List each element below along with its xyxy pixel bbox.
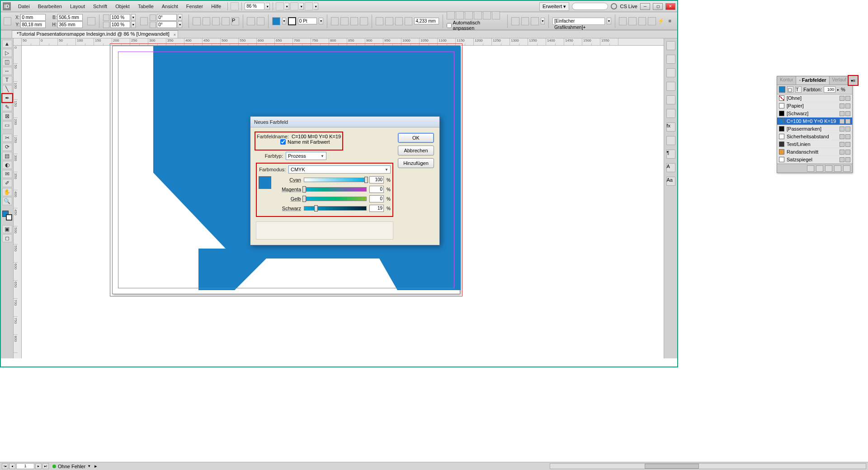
misc-icon2[interactable] [628, 17, 636, 25]
dropdown-icon[interactable]: ▼ [131, 21, 136, 28]
ruler-origin[interactable] [14, 38, 22, 46]
align-icon[interactable] [511, 17, 519, 25]
color-mode-select[interactable]: CMYK▼ [288, 165, 391, 174]
textwrap-icon[interactable] [376, 17, 383, 25]
name-with-value-checkbox[interactable] [280, 139, 286, 145]
dropdown-icon[interactable]: ▼ [319, 18, 323, 24]
ok-button[interactable]: OK [398, 133, 434, 143]
rotate-cw-icon[interactable] [193, 17, 200, 25]
note-tool[interactable]: ✉ [2, 170, 12, 178]
dropdown-icon[interactable]: ▼ [541, 18, 545, 24]
flip-h-icon[interactable] [212, 17, 220, 25]
gap-input[interactable]: 4,233 mm [414, 18, 439, 24]
search-input[interactable] [572, 3, 608, 10]
constrain-scale-icon[interactable] [140, 17, 148, 25]
object-style-select[interactable]: [Einfacher Grafikrahmen]+ [552, 18, 605, 25]
view-mode-tool[interactable]: ◻ [2, 234, 12, 242]
stroke-weight-input[interactable]: 0 Pt [298, 18, 317, 24]
page-tool[interactable]: ◫ [2, 58, 12, 66]
dialog-titlebar[interactable]: Neues Farbfeld [250, 117, 439, 127]
selection-tool[interactable]: ▲ [2, 40, 12, 48]
swatches-panel-icon[interactable] [666, 109, 675, 118]
x-input[interactable]: 0 mm [20, 14, 46, 21]
apply-color-tool[interactable]: ▣ [2, 225, 12, 233]
shear-input[interactable]: 0° [157, 21, 177, 28]
fill-swatch[interactable] [272, 17, 280, 25]
fit-icon4[interactable] [474, 11, 482, 19]
schwarz-value-input[interactable]: 19 [369, 205, 384, 212]
gradient-feather-tool[interactable]: ◐ [2, 161, 12, 169]
type-tool[interactable]: T [2, 76, 12, 84]
menu-layout[interactable]: Layout [66, 2, 89, 10]
reference-point-icon[interactable] [4, 17, 11, 25]
quick-apply-icon[interactable]: ⚡ [658, 18, 664, 24]
fit-icon3[interactable] [465, 11, 473, 19]
menu-tabelle[interactable]: Tabelle [134, 2, 157, 10]
textwrap-icon2[interactable] [385, 17, 393, 25]
gap-tool[interactable]: ↔ [2, 67, 12, 75]
pen-tool[interactable]: ✒ [2, 94, 12, 102]
scale-y-input[interactable]: 100 % [110, 21, 130, 28]
object-styles-panel-icon[interactable] [666, 136, 675, 145]
maximize-button[interactable]: ◻ [653, 3, 663, 10]
pencil-tool[interactable]: ✎ [2, 103, 12, 111]
color-panel-icon[interactable] [666, 95, 675, 104]
misc-icon4[interactable] [648, 17, 656, 25]
dropdown-icon[interactable]: ▼ [282, 18, 287, 24]
schwarz-slider[interactable] [304, 206, 367, 211]
screen-mode-icon[interactable] [290, 2, 298, 10]
links-panel-icon[interactable] [666, 68, 675, 77]
fx-icon[interactable] [331, 17, 339, 25]
stroke-color[interactable] [6, 214, 12, 221]
eyedropper-tool[interactable]: ✐ [2, 179, 12, 187]
y-input[interactable]: 80,18 mm [20, 21, 46, 28]
pages-panel-icon[interactable] [666, 41, 675, 50]
h-input[interactable]: 365 mm [57, 21, 83, 28]
align-icon2[interactable] [521, 17, 529, 25]
gelb-slider[interactable] [304, 197, 367, 201]
gelb-value-input[interactable]: 0 [369, 195, 384, 202]
scale-x-input[interactable]: 100 % [110, 14, 130, 21]
cyan-slider[interactable] [304, 178, 367, 182]
dropdown-icon[interactable]: ▼ [178, 14, 182, 21]
menu-fenster[interactable]: Fenster [183, 2, 207, 10]
panel-menu-icon[interactable]: ≡ [669, 18, 675, 24]
fit-icon5[interactable] [483, 11, 491, 19]
dropdown-icon[interactable]: ▼ [314, 3, 318, 10]
gradient-swatch-tool[interactable]: ▤ [2, 152, 12, 160]
view-options-icon[interactable] [276, 2, 284, 10]
dropdown-icon[interactable]: ▼ [299, 3, 304, 10]
close-tab-icon[interactable]: × [174, 32, 176, 38]
minimize-button[interactable]: ─ [640, 3, 650, 10]
dropdown-icon[interactable]: ▼ [131, 14, 136, 21]
dropdown-icon[interactable]: ▼ [178, 21, 182, 28]
cslive-label[interactable]: CS Live [620, 4, 637, 9]
textwrap-icon3[interactable] [395, 17, 403, 25]
glyphs-panel-icon[interactable]: Aa [666, 177, 675, 186]
cyan-value-input[interactable]: 100 [369, 176, 384, 183]
color-type-select[interactable]: Prozess▼ [286, 152, 326, 160]
fit-icon6[interactable] [492, 11, 500, 19]
rectangle-frame-tool[interactable]: ⊠ [2, 112, 12, 120]
fx-icon4[interactable] [360, 17, 368, 25]
magenta-value-input[interactable]: 0 [369, 186, 384, 193]
effects-panel-icon[interactable]: fx [666, 122, 675, 132]
paragraph-panel-icon[interactable]: ¶ [666, 150, 675, 159]
rotate-ccw-icon[interactable] [203, 17, 210, 25]
fit-icon[interactable] [447, 11, 455, 19]
zoom-value[interactable]: 86 % [245, 3, 264, 10]
fit-icon2[interactable] [456, 11, 464, 19]
menu-bearbeiten[interactable]: Bearbeiten [34, 2, 66, 10]
menu-datei[interactable]: Datei [14, 2, 33, 10]
scissors-tool[interactable]: ✂ [2, 134, 12, 142]
zoom-tool[interactable]: 🔍 [2, 197, 12, 205]
stroke-swatch[interactable] [288, 17, 296, 25]
zoom-control[interactable]: 86 % ▼ [245, 3, 270, 10]
character-panel-icon[interactable]: A [666, 163, 675, 172]
arrange-icon2[interactable] [257, 17, 264, 25]
cslive-icon[interactable] [611, 3, 617, 9]
menu-ansicht[interactable]: Ansicht [158, 2, 182, 10]
fx-icon3[interactable] [350, 17, 358, 25]
arrange-icon[interactable] [305, 2, 313, 10]
menu-schrift[interactable]: Schrift [90, 2, 111, 10]
